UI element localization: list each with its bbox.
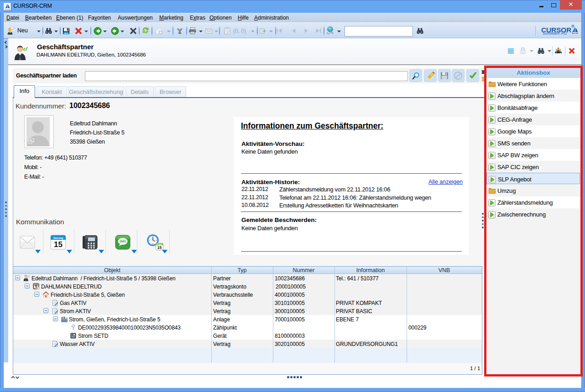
svg-text:15: 15 (54, 240, 63, 249)
svg-text:SMS: SMS (120, 240, 126, 243)
svg-text:Samstag: Samstag (53, 237, 63, 239)
svg-text:15: 15 (157, 245, 162, 250)
